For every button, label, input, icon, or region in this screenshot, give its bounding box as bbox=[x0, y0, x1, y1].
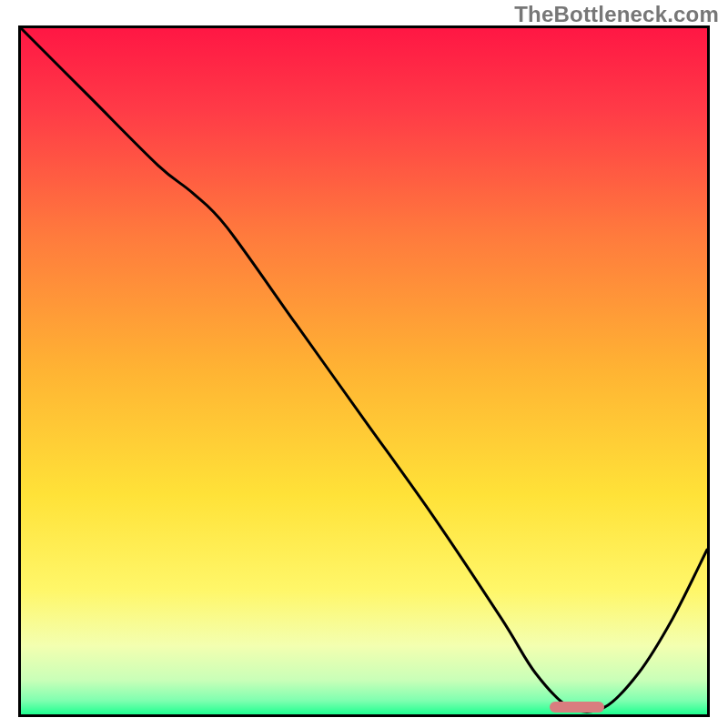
plot-area bbox=[18, 25, 710, 717]
optimal-point-marker bbox=[550, 702, 604, 713]
bottleneck-curve bbox=[21, 28, 707, 714]
chart-container: TheBottleneck.com bbox=[0, 0, 728, 728]
watermark-text: TheBottleneck.com bbox=[514, 2, 719, 27]
